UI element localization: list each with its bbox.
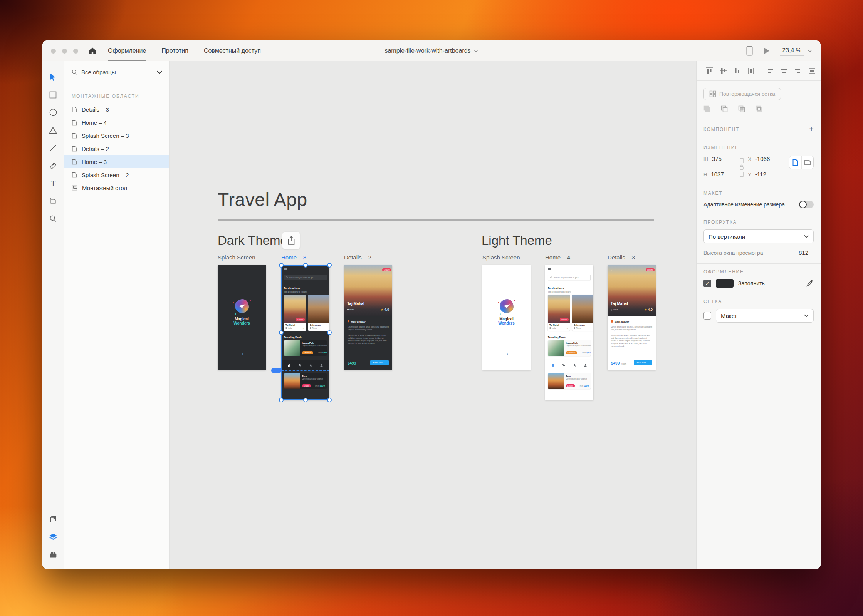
boolean-exclude-icon[interactable]	[756, 105, 764, 114]
artboard-label-home-4[interactable]: Home – 4	[545, 254, 570, 261]
artboard-details-3[interactable]: ← Leisure Taj Mahal India ★4.9 Most popu…	[608, 265, 656, 370]
align-left-icon[interactable]	[766, 67, 774, 75]
artboard-home-4[interactable]: Where do you want to go? Destinations To…	[545, 265, 593, 400]
details-location: India	[349, 308, 354, 311]
next-arrow: →	[239, 350, 244, 356]
viewport-height-input[interactable]: 812	[793, 249, 814, 258]
hamburger-menu-icon	[548, 268, 551, 271]
width-input[interactable]: 375	[711, 156, 737, 164]
layer-item-details-2[interactable]: Details – 2	[64, 142, 169, 155]
responsive-resize-toggle[interactable]	[799, 201, 814, 208]
details-title: Taj Mahal	[611, 301, 628, 306]
deal-card-iguazu: Iguazu Falls Explore the top 10 best wat…	[284, 340, 327, 356]
boolean-subtract-icon[interactable]	[721, 105, 729, 114]
artboard-home-3[interactable]: Where do you want to go? Destinations To…	[281, 265, 329, 400]
home-icon[interactable]	[88, 46, 97, 55]
zoom-window-button[interactable]	[73, 49, 78, 54]
peru-photo	[548, 373, 564, 389]
artboard-details-2[interactable]: ← Leisure Taj Mahal India ★4.9 Most popu…	[344, 265, 392, 370]
tab-share[interactable]: Совместный доступ	[204, 40, 261, 61]
fill-checkbox[interactable]: ✓	[703, 280, 711, 287]
artboard-page-icon	[72, 159, 77, 165]
minimize-window-button[interactable]	[62, 49, 67, 54]
layers-panel: Все образцы МОНТАЖНЫЕ ОБЛАСТИ Details – …	[64, 61, 170, 569]
artboard-label-details-2[interactable]: Details – 2	[344, 254, 371, 261]
document-title[interactable]: sample-file-work-with-artboards	[384, 40, 478, 61]
align-middle-icon[interactable]	[719, 67, 727, 75]
layers-filter[interactable]: Все образцы	[64, 67, 169, 80]
assets-panel-icon[interactable]	[46, 511, 60, 528]
polygon-tool[interactable]	[46, 121, 60, 139]
distribute-horizontal-icon[interactable]	[747, 67, 755, 75]
layer-item-splash-screen-2[interactable]: Splash Screen – 2	[64, 168, 169, 181]
layer-item-home-3[interactable]: Home – 3	[64, 155, 169, 168]
layer-item-splash-screen-3[interactable]: Splash Screen – 3	[64, 129, 169, 142]
deal-subtitle: Lorem ipsum dolor sit amet	[302, 378, 325, 380]
align-center-icon[interactable]	[780, 67, 788, 75]
boolean-union-icon[interactable]	[703, 105, 712, 114]
text-tool[interactable]: T	[46, 174, 60, 192]
select-tool[interactable]	[46, 68, 60, 86]
deal-title: Peru	[302, 375, 325, 377]
layer-item-details-3[interactable]: Details – 3	[64, 103, 169, 116]
design-canvas[interactable]: Travel App Dark Theme Light Theme Splash…	[170, 61, 696, 569]
layers-filter-value: Все образцы	[81, 69, 153, 75]
add-component-button[interactable]: +	[809, 125, 814, 134]
grid-type-select[interactable]: Макет	[716, 309, 814, 323]
artboard-tool[interactable]	[46, 192, 60, 210]
grid-checkbox[interactable]	[703, 312, 711, 320]
x-input[interactable]: -1066	[754, 156, 783, 164]
fill-color-swatch[interactable]	[716, 279, 734, 288]
deal-price: $399	[584, 385, 589, 387]
artboard-label-details-3[interactable]: Details – 3	[608, 254, 635, 261]
height-input[interactable]: 1037	[710, 171, 736, 179]
deal-subtitle: Explore the top 10 best waterfalls	[566, 345, 591, 347]
layer-item-pasteboard[interactable]: Монтажный стол	[64, 181, 169, 194]
rectangle-tool[interactable]	[46, 86, 60, 104]
zoom-control[interactable]: 23,4 %	[780, 46, 812, 56]
preview-on-device-icon[interactable]	[746, 46, 753, 56]
details-screen-content: ← Leisure Taj Mahal India ★4.9 Most popu…	[344, 265, 392, 370]
card-arrow: →	[566, 327, 568, 329]
zoom-tool[interactable]	[46, 210, 60, 228]
landscape-orientation-button[interactable]	[801, 156, 813, 169]
pen-tool[interactable]	[46, 157, 60, 174]
layer-item-home-4[interactable]: Home – 4	[64, 116, 169, 129]
repeat-grid-button[interactable]: Повторяющаяся сетка	[703, 88, 781, 100]
viewport-drag-handle[interactable]	[271, 368, 282, 373]
play-preview-icon[interactable]	[763, 47, 770, 55]
boolean-intersect-icon[interactable]	[738, 105, 746, 114]
destinations-subtitle: Top destinations to explore	[284, 291, 307, 293]
artboard-label-home-3[interactable]: Home – 3	[281, 254, 306, 261]
align-bottom-icon[interactable]	[733, 67, 741, 75]
eyedropper-icon[interactable]	[806, 280, 814, 287]
scroll-direction-select[interactable]: По вертикали	[703, 229, 814, 243]
component-title: КОМПОНЕНТ	[703, 127, 739, 132]
y-input[interactable]: -112	[754, 171, 783, 179]
artboard-label-splash-2[interactable]: Splash Screen...	[218, 254, 260, 261]
details-paragraph-1: Lorem ipsum dolor sit amet, consetetur s…	[348, 326, 389, 331]
close-window-button[interactable]	[51, 49, 56, 54]
align-top-icon[interactable]	[705, 67, 714, 75]
align-right-icon[interactable]	[794, 67, 802, 75]
layers-panel-icon[interactable]	[46, 528, 60, 546]
portrait-orientation-button[interactable]	[789, 156, 801, 169]
artboard-label-splash-3[interactable]: Splash Screen...	[482, 254, 525, 261]
plugins-icon[interactable]	[46, 546, 60, 564]
tab-design[interactable]: Оформление	[108, 40, 146, 61]
distribute-vertical-icon[interactable]	[808, 67, 816, 75]
details-location: India	[613, 308, 618, 311]
responsive-resize-label: Адаптивное изменение размера	[703, 201, 785, 208]
ellipse-tool[interactable]	[46, 104, 60, 121]
artboard-splash-screen-3[interactable]: Magical Wonders →	[482, 265, 531, 370]
line-tool[interactable]	[46, 139, 60, 157]
artboard-splash-screen-2[interactable]: Magical Wonders →	[218, 265, 266, 370]
share-artboard-button[interactable]	[282, 231, 300, 249]
tab-prototype[interactable]: Прототип	[161, 40, 188, 61]
destination-cards: Leisure Taj Mahal India → Colosseum	[548, 295, 593, 331]
iguazu-photo	[284, 340, 300, 356]
lock-aspect-ratio-icon[interactable]	[737, 156, 745, 179]
location-pin-icon	[549, 327, 551, 329]
price-prefix: From	[582, 352, 586, 354]
scroll-title: ПРОКРУТКА	[703, 219, 814, 225]
